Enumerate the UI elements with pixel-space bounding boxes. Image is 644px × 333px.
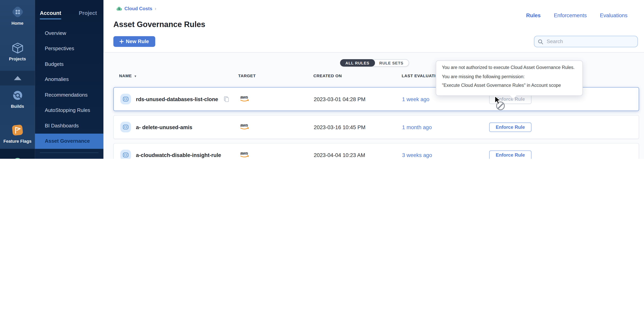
nav-evaluations[interactable]: Evaluations (600, 12, 628, 19)
copy-icon[interactable] (224, 96, 229, 102)
col-target: TARGET (238, 74, 314, 78)
plus-icon (120, 39, 124, 44)
nav-enforcements[interactable]: Enforcements (554, 12, 587, 19)
rail-label-projects: Projects (9, 57, 26, 61)
rule-name[interactable]: a- delete-unused-amis (136, 124, 192, 130)
tab-project[interactable]: Project (79, 10, 97, 16)
toolbar-divider (104, 52, 644, 53)
rule-name[interactable]: rds-unused-databases-list-clone (136, 96, 218, 102)
sidebar-item-overview[interactable]: Overview (35, 26, 104, 41)
col-name[interactable]: NAME▼ (119, 74, 238, 78)
action-cell: Enforce Rule (489, 150, 598, 159)
svg-text:aws: aws (240, 151, 248, 155)
search-input[interactable] (546, 38, 634, 45)
table-row[interactable]: a- delete-unused-amis aws 2023-03-16 10:… (113, 115, 639, 139)
new-rule-label: New Rule (126, 39, 149, 44)
tooltip-line-2: You are missing the following permission… (442, 74, 577, 79)
main-panel: $ Cloud Costs › Asset Governance Rules R… (104, 0, 644, 159)
rail-item-projects[interactable]: Projects (0, 42, 35, 61)
rail-label-feature-flags: Feature Flags (4, 139, 32, 143)
rail-label-builds: Builds (11, 104, 24, 109)
last-evaluation-cell[interactable]: 1 week ago (402, 96, 489, 102)
rule-name[interactable]: a-cloudwatch-disable-insight-rule (136, 152, 221, 158)
cloud-costs-sidebar: Account Project Overview Perspectives Bu… (35, 0, 104, 159)
svg-text:aws: aws (240, 95, 248, 99)
aws-logo-icon: aws (239, 152, 251, 159)
rail-item-builds[interactable]: Builds (0, 89, 35, 109)
sidebar-divider (40, 152, 98, 153)
last-evaluation-cell[interactable]: 3 weeks ago (402, 152, 489, 158)
breadcrumb-separator: › (155, 6, 156, 11)
new-rule-button[interactable]: New Rule (113, 36, 155, 47)
cloud-costs-breadcrumb-icon: $ (116, 7, 122, 11)
aws-logo-icon: aws (239, 124, 251, 132)
breadcrumb[interactable]: $ Cloud Costs › (116, 6, 156, 11)
svg-text:$: $ (118, 8, 120, 10)
permission-tooltip: You are not authorized to execute Cloud … (436, 60, 583, 96)
created-on-cell: 2023-04-04 10:23 AM (314, 152, 402, 158)
page-title: Asset Governance Rules (113, 20, 206, 29)
nav-rules[interactable]: Rules (526, 12, 540, 19)
sort-caret-icon: ▼ (134, 75, 137, 78)
breadcrumb-link[interactable]: Cloud Costs (124, 6, 152, 11)
rule-icon (120, 150, 131, 159)
sidebar-item-budgets[interactable]: Budgets (35, 56, 104, 72)
toggle-all-rules[interactable]: ALL RULES (340, 59, 375, 67)
sidebar-menu: Overview Perspectives Budgets Anomalies … (35, 26, 104, 149)
svg-text:aws: aws (240, 123, 248, 127)
rail-item-cloud-costs-selected[interactable]: $ Cloud Costs (0, 149, 35, 159)
sidebar-item-recommendations[interactable]: Recommendations (35, 87, 104, 103)
module-rail: Home Projects Builds (0, 0, 35, 159)
sidebar-item-asset-governance[interactable]: Asset Governance (35, 133, 104, 149)
target-cell: aws (239, 150, 314, 159)
search-box[interactable] (534, 36, 638, 47)
enforce-rule-button[interactable]: Enforce Rule (489, 122, 532, 132)
action-cell: Enforce Rule (489, 122, 598, 132)
created-on-cell: 2023-03-16 10:45 PM (314, 124, 402, 130)
action-cell: Enforce Rule (489, 94, 598, 104)
tooltip-line-3: "Execute Cloud Asset Governance Rules" i… (442, 83, 577, 88)
feature-flags-icon (11, 123, 24, 137)
rule-icon (120, 122, 131, 133)
projects-cube-icon (11, 42, 24, 55)
target-cell: aws (239, 122, 314, 132)
rail-label-home: Home (12, 21, 24, 26)
toggle-rule-sets[interactable]: RULE SETS (372, 59, 409, 67)
target-cell: aws (239, 94, 314, 104)
top-nav: Rules Enforcements Evaluations (526, 12, 628, 19)
rail-item-home[interactable]: Home (0, 5, 35, 26)
enforce-rule-button[interactable]: Enforce Rule (489, 150, 532, 159)
app-window: Home Projects Builds (0, 0, 644, 159)
builds-icon (11, 89, 24, 102)
rail-scroll-up[interactable] (0, 71, 35, 86)
rules-toggle: ALL RULES RULE SETS (340, 59, 409, 67)
sidebar-item-anomalies[interactable]: Anomalies (35, 72, 104, 87)
table-row[interactable]: a-cloudwatch-disable-insight-rule aws 20… (113, 143, 639, 159)
harness-home-icon (10, 5, 24, 19)
rail-item-feature-flags[interactable]: Feature Flags (0, 123, 35, 143)
sidebar-item-autostopping-rules[interactable]: AutoStopping Rules (35, 103, 104, 118)
cloud-costs-icon: $ (10, 158, 25, 159)
sidebar-item-perspectives[interactable]: Perspectives (35, 41, 104, 57)
created-on-cell: 2023-03-01 04:28 PM (314, 96, 402, 102)
triangle-up-icon (14, 76, 21, 80)
sidebar-item-bi-dashboards[interactable]: BI Dashboards (35, 118, 104, 133)
tooltip-line-1: You are not authorized to execute Cloud … (442, 65, 577, 70)
col-created-on: CREATED ON (313, 74, 402, 78)
last-evaluation-cell[interactable]: 1 month ago (402, 124, 489, 130)
rules-table-body: rds-unused-databases-list-clone aws 2023… (113, 87, 639, 159)
rule-icon (120, 94, 131, 105)
tab-account[interactable]: Account (40, 10, 61, 19)
aws-logo-icon: aws (239, 96, 251, 104)
search-icon (538, 39, 543, 44)
